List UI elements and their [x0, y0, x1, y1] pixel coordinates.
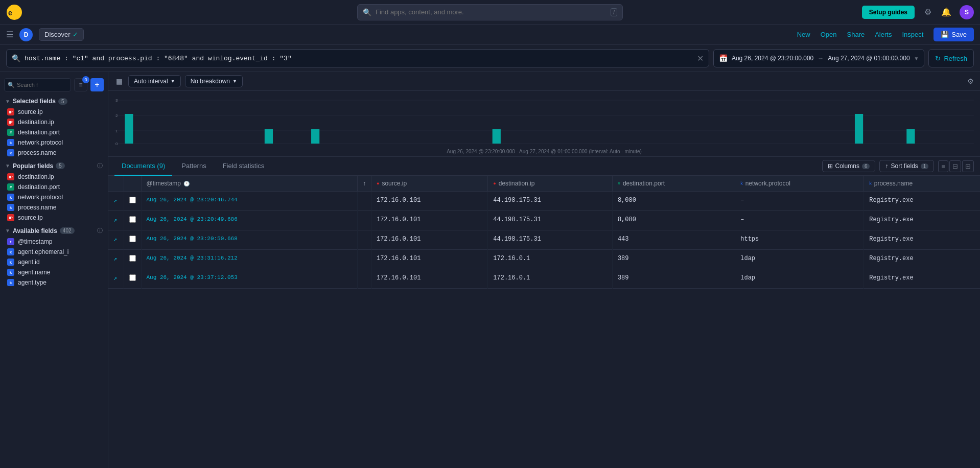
row-expand-icon[interactable]: ↗: [113, 255, 117, 263]
sort-fields-button[interactable]: ↑ Sort fields 1: [879, 160, 934, 172]
settings-icon[interactable]: ⚙: [923, 7, 933, 17]
field-name: source.ip: [18, 108, 103, 115]
table-row[interactable]: ↗ Aug 26, 2024 @ 23:20:46.744 172.16.0.1…: [108, 192, 980, 211]
row-expand-cell[interactable]: ↗: [108, 211, 124, 230]
selected-field-source-ip[interactable]: IP source.ip: [0, 107, 108, 117]
sidebar-search[interactable]: 🔍: [4, 78, 71, 91]
row-expand-cell[interactable]: ↗: [108, 192, 124, 211]
columns-button[interactable]: ⊞ Columns 6: [822, 160, 876, 172]
col-timestamp[interactable]: @timestamp 🕐: [141, 176, 357, 192]
row-checkbox-cell[interactable]: [124, 230, 141, 250]
row-sort-cell: [357, 192, 371, 211]
clear-query-button[interactable]: ✕: [697, 54, 704, 63]
sidebar-filter-button[interactable]: ≡ 0: [74, 78, 87, 91]
popular-field-network-protocol[interactable]: k network.protocol: [0, 192, 108, 202]
col-process-name[interactable]: k process.name: [864, 176, 980, 192]
inspect-link[interactable]: Inspect: [902, 31, 923, 38]
popular-field-dest-port[interactable]: # destination.port: [0, 182, 108, 192]
popular-field-dest-ip[interactable]: IP destination.ip: [0, 172, 108, 182]
selected-field-process-name[interactable]: k process.name: [0, 148, 108, 158]
row-expand-icon[interactable]: ↗: [113, 236, 117, 243]
svg-text:0: 0: [115, 142, 118, 146]
available-field-timestamp[interactable]: t @timestamp: [0, 237, 108, 247]
col-sort-arrow[interactable]: ↑: [357, 176, 371, 192]
tab-field-statistics[interactable]: Field statistics: [216, 157, 272, 176]
available-field-agent-name[interactable]: k agent.name: [0, 267, 108, 277]
setup-guides-button[interactable]: Setup guides: [862, 6, 915, 19]
refresh-button[interactable]: ↻ Refresh: [928, 49, 974, 67]
notifications-icon[interactable]: 🔔: [941, 7, 951, 17]
row-checkbox-cell[interactable]: [124, 192, 141, 211]
selected-field-dest-ip[interactable]: IP destination.ip: [0, 117, 108, 127]
query-input-wrap: 🔍 host.name : "c1" and process.pid : "68…: [6, 49, 709, 67]
new-link[interactable]: New: [797, 31, 810, 38]
available-field-agent-id[interactable]: k agent.id: [0, 257, 108, 267]
available-field-agent-ephemeral-id[interactable]: k agent.ephemeral_i: [0, 247, 108, 257]
histogram-toggle-icon[interactable]: ▦: [114, 76, 124, 87]
auto-interval-button[interactable]: Auto interval ▼: [128, 75, 181, 87]
popular-field-process-name[interactable]: k process.name: [0, 202, 108, 213]
date-picker[interactable]: 📅 Aug 26, 2024 @ 23:20:00.000 → Aug 27, …: [713, 49, 925, 67]
row-dest-ip: 44.198.175.31: [488, 192, 613, 211]
view-split-button[interactable]: ⊟: [949, 160, 961, 172]
row-expand-icon[interactable]: ↗: [113, 217, 117, 224]
row-expand-cell[interactable]: ↗: [108, 230, 124, 250]
popular-fields-section[interactable]: ▼ Popular fields 5 ⓘ: [0, 158, 108, 172]
chart-settings-icon[interactable]: ⚙: [967, 77, 974, 85]
row-dest-port: 443: [612, 230, 735, 250]
hamburger-icon[interactable]: ☰: [6, 30, 13, 39]
dest-port-type-icon: #: [618, 181, 620, 186]
col-dest-port[interactable]: # destination.port: [612, 176, 735, 192]
row-checkbox-cell[interactable]: [124, 269, 141, 289]
available-field-agent-type[interactable]: k agent.type: [0, 277, 108, 288]
view-rows-button[interactable]: ≡: [938, 160, 948, 172]
open-link[interactable]: Open: [821, 31, 837, 38]
row-expand-cell[interactable]: ↗: [108, 269, 124, 289]
sidebar-add-button[interactable]: +: [90, 78, 104, 91]
type-badge-kw: k: [7, 248, 14, 255]
d-badge[interactable]: D: [19, 28, 33, 41]
tab-patterns[interactable]: Patterns: [174, 157, 213, 176]
elastic-logo[interactable]: e: [6, 4, 22, 20]
alerts-link[interactable]: Alerts: [875, 31, 892, 38]
row-checkbox-cell[interactable]: [124, 250, 141, 269]
available-fields-badge: 402: [60, 227, 75, 234]
tabs-row: Documents (9) Patterns Field statistics …: [108, 157, 980, 176]
table-row[interactable]: ↗ Aug 26, 2024 @ 23:20:49.686 172.16.0.1…: [108, 211, 980, 230]
view-columns-button[interactable]: ⊞: [962, 160, 974, 172]
row-checkbox[interactable]: [129, 236, 136, 242]
row-checkbox[interactable]: [129, 255, 136, 262]
row-expand-icon[interactable]: ↗: [113, 275, 117, 282]
global-search-input[interactable]: [376, 8, 606, 16]
tab-documents[interactable]: Documents (9): [114, 157, 172, 176]
popular-field-source-ip[interactable]: IP source.ip: [0, 213, 108, 223]
row-checkbox[interactable]: [129, 216, 136, 223]
col-network-protocol[interactable]: k network.protocol: [735, 176, 864, 192]
no-breakdown-button[interactable]: No breakdown ▼: [185, 75, 243, 87]
available-fields-section[interactable]: ▼ Available fields 402 ⓘ: [0, 223, 108, 237]
row-checkbox-cell[interactable]: [124, 211, 141, 230]
sidebar-search-icon: 🔍: [8, 82, 15, 88]
col-dest-ip[interactable]: ● destination.ip: [488, 176, 613, 192]
save-button[interactable]: 💾 Save: [934, 28, 974, 41]
row-expand-cell[interactable]: ↗: [108, 250, 124, 269]
svg-rect-10: [125, 114, 133, 144]
global-search-bar[interactable]: 🔍 /: [357, 4, 623, 20]
selected-fields-section[interactable]: ▼ Selected fields 5: [0, 93, 108, 107]
dest-port-col-label: destination.port: [623, 180, 665, 187]
sidebar-search-input[interactable]: [17, 82, 67, 88]
selected-field-network-protocol[interactable]: k network.protocol: [0, 137, 108, 148]
row-checkbox[interactable]: [129, 274, 136, 281]
svg-text:2: 2: [115, 113, 118, 118]
selected-field-dest-port[interactable]: # destination.port: [0, 127, 108, 137]
table-row[interactable]: ↗ Aug 26, 2024 @ 23:20:50.668 172.16.0.1…: [108, 230, 980, 250]
user-avatar[interactable]: S: [960, 5, 974, 19]
table-row[interactable]: ↗ Aug 26, 2024 @ 23:37:12.053 172.16.0.1…: [108, 269, 980, 289]
table-row[interactable]: ↗ Aug 26, 2024 @ 23:31:16.212 172.16.0.1…: [108, 250, 980, 269]
col-source-ip[interactable]: ● source.ip: [371, 176, 487, 192]
row-checkbox[interactable]: [129, 197, 136, 203]
row-expand-icon[interactable]: ↗: [113, 197, 117, 204]
date-from: Aug 26, 2024 @ 23:20:00.000: [732, 55, 813, 62]
share-link[interactable]: Share: [847, 31, 865, 38]
discover-button[interactable]: Discover ✓: [39, 28, 84, 41]
